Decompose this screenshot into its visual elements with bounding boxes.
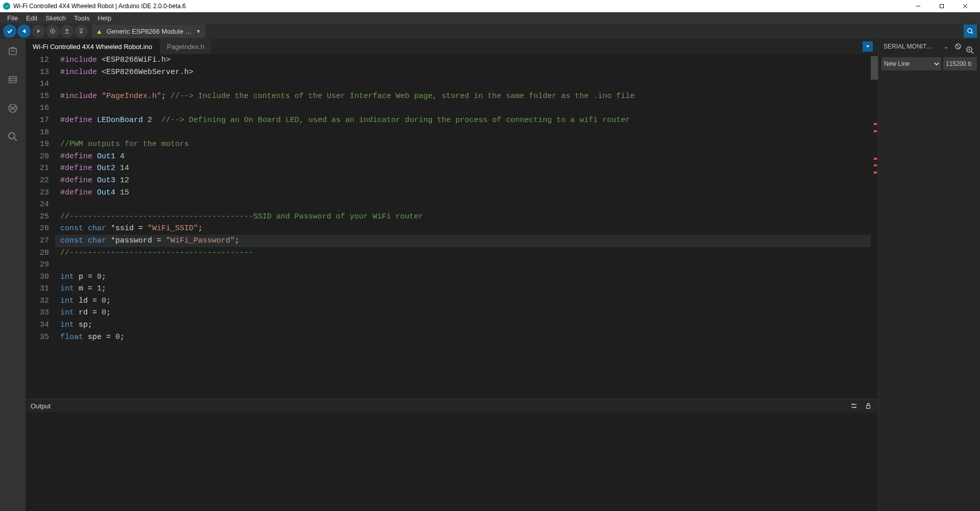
new-sketch-button[interactable]	[46, 25, 59, 38]
code-line[interactable]: #define Out2 14	[55, 162, 871, 175]
svg-rect-6	[9, 77, 16, 83]
code-line[interactable]: int ld = 0;	[55, 295, 871, 307]
code-line[interactable]: const char *ssid = "WiFi_SSID";	[55, 223, 871, 235]
board-selector[interactable]: ▲ Generic ESP8266 Module … ▼	[92, 25, 205, 38]
serial-panel-title: SERIAL MONIT…	[884, 43, 938, 50]
error-marker[interactable]	[874, 123, 877, 125]
error-marker[interactable]	[874, 130, 877, 132]
activity-bar	[0, 39, 26, 511]
menu-help[interactable]: Help	[93, 13, 115, 23]
menu-edit[interactable]: Edit	[22, 13, 41, 23]
sketchbook-icon[interactable]	[6, 44, 20, 58]
code-line[interactable]	[55, 102, 871, 114]
editor-tabs: Wi-Fi Controlled 4X4 Wheeled Robot.ino P…	[26, 39, 878, 54]
upload-button[interactable]	[17, 25, 31, 38]
code-line[interactable]: float spe = 0;	[55, 331, 871, 344]
code-line[interactable]: #define LEDonBoard 2 //--> Defining an O…	[55, 114, 871, 127]
svg-rect-1	[940, 5, 944, 8]
code-line[interactable]: const char *password = "WiFi_Password";	[55, 235, 871, 247]
svg-point-9	[852, 403, 853, 405]
error-marker[interactable]	[874, 158, 877, 160]
code-editor[interactable]: 1213141516171819202122232425262728293031…	[26, 54, 878, 399]
zoom-icon[interactable]	[963, 43, 977, 57]
svg-point-10	[854, 406, 855, 408]
save-button[interactable]	[75, 25, 88, 38]
menubar: File Edit Sketch Tools Help	[0, 12, 980, 23]
debug-button[interactable]	[32, 25, 45, 38]
code-line[interactable]: //PWM outputs for the motors	[55, 138, 871, 151]
close-button[interactable]	[953, 0, 977, 12]
menu-file[interactable]: File	[3, 13, 22, 23]
code-line[interactable]	[55, 259, 871, 271]
code-line[interactable]: #include <ESP8266WebServer.h>	[55, 66, 871, 79]
baud-input[interactable]	[943, 57, 977, 70]
collapse-icon[interactable]: ⌄	[944, 43, 948, 50]
code-line[interactable]	[55, 127, 871, 139]
svg-point-4	[968, 29, 972, 33]
error-marker[interactable]	[874, 172, 877, 174]
code-line[interactable]	[55, 199, 871, 211]
minimize-button[interactable]	[906, 0, 930, 12]
toolbar: ▲ Generic ESP8266 Module … ▼	[0, 23, 980, 39]
error-marker[interactable]	[874, 164, 877, 166]
serial-monitor-panel: SERIAL MONIT… ⌄ New Line	[878, 39, 980, 511]
menu-sketch[interactable]: Sketch	[41, 13, 70, 23]
app-logo-icon	[3, 3, 10, 10]
code-line[interactable]: #define Out4 15	[55, 187, 871, 199]
output-settings-icon[interactable]	[849, 401, 859, 410]
svg-point-8	[9, 133, 15, 139]
code-line[interactable]: int p = 0;	[55, 271, 871, 283]
line-ending-select[interactable]: New Line	[881, 57, 941, 70]
code-line[interactable]: #define Out3 12	[55, 175, 871, 187]
tab-pageindex[interactable]: PageIndex.h	[160, 39, 212, 54]
warning-icon: ▲	[96, 28, 103, 35]
open-button[interactable]	[60, 25, 74, 38]
tab-main-sketch[interactable]: Wi-Fi Controlled 4X4 Wheeled Robot.ino	[26, 39, 160, 54]
clear-icon[interactable]	[954, 43, 962, 50]
code-line[interactable]: #include <ESP8266WiFi.h>	[55, 54, 871, 66]
code-area[interactable]: #include <ESP8266WiFi.h>#include <ESP826…	[55, 54, 871, 399]
board-name: Generic ESP8266 Module …	[107, 28, 192, 35]
minimap[interactable]	[871, 54, 878, 399]
tab-menu-button[interactable]	[863, 41, 873, 52]
library-manager-icon[interactable]	[6, 101, 20, 115]
output-panel: Output	[26, 399, 878, 511]
code-line[interactable]: int m = 1;	[55, 283, 871, 295]
code-line[interactable]: int sp;	[55, 319, 871, 331]
verify-button[interactable]	[3, 25, 16, 38]
code-line[interactable]: #include "PageIndex.h"; //--> Include th…	[55, 90, 871, 103]
output-label: Output	[31, 402, 51, 410]
window-title: Wi-Fi Controlled 4X4 Wheeled Robot | Ard…	[13, 3, 186, 10]
boards-manager-icon[interactable]	[6, 72, 20, 87]
code-line[interactable]: //--------------------------------------…	[55, 211, 871, 223]
output-body	[26, 412, 878, 511]
output-lock-icon[interactable]	[864, 401, 873, 410]
search-icon[interactable]	[6, 130, 20, 144]
maximize-button[interactable]	[930, 0, 953, 12]
code-line[interactable]: //--------------------------------------…	[55, 247, 871, 259]
svg-rect-11	[867, 405, 870, 408]
code-line[interactable]	[55, 78, 871, 90]
svg-rect-5	[9, 48, 16, 55]
serial-plotter-button[interactable]	[964, 25, 977, 38]
code-line[interactable]: int rd = 0;	[55, 307, 871, 319]
code-line[interactable]: #define Out1 4	[55, 151, 871, 163]
menu-tools[interactable]: Tools	[70, 13, 93, 23]
chevron-down-icon: ▼	[196, 29, 201, 34]
minimap-thumb[interactable]	[871, 56, 878, 80]
svg-point-3	[52, 31, 54, 32]
titlebar: Wi-Fi Controlled 4X4 Wheeled Robot | Ard…	[0, 0, 980, 12]
line-gutter: 1213141516171819202122232425262728293031…	[26, 54, 55, 399]
